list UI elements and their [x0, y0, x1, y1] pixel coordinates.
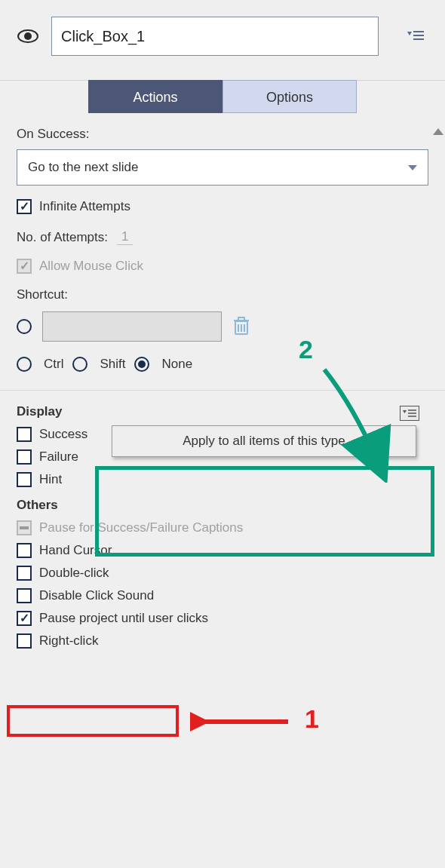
hint-caption-checkbox[interactable] — [17, 472, 32, 487]
svg-marker-2 — [407, 32, 412, 35]
success-caption-checkbox[interactable] — [17, 427, 32, 442]
none-label: None — [161, 357, 192, 372]
object-name-input[interactable] — [51, 17, 379, 56]
shortcut-row — [17, 311, 428, 342]
disable-click-sound-label: Disable Click Sound — [39, 588, 154, 603]
double-click-row: Double-click — [17, 566, 428, 581]
shift-radio[interactable] — [72, 357, 87, 372]
double-click-checkbox[interactable] — [17, 566, 32, 581]
right-click-row: Right-click — [17, 633, 428, 649]
others-heading: Others — [17, 498, 428, 513]
menu-icon[interactable] — [406, 29, 425, 44]
trash-icon[interactable] — [232, 315, 250, 339]
svg-rect-11 — [238, 317, 244, 321]
display-section: Display Apply to all items of this type … — [0, 404, 445, 649]
tab-actions[interactable]: Actions — [88, 80, 222, 113]
right-click-checkbox[interactable] — [17, 633, 32, 649]
pause-captions-checkbox — [17, 520, 32, 535]
svg-marker-12 — [403, 410, 407, 413]
apply-all-text: Apply to all items of this type — [183, 434, 345, 449]
disable-click-sound-checkbox[interactable] — [17, 588, 32, 603]
hint-caption-label: Hint — [39, 472, 62, 487]
pause-captions-label: Pause for Success/Failure Captions — [39, 520, 243, 535]
hand-cursor-label: Hand Cursor — [39, 543, 112, 558]
svg-point-1 — [24, 32, 32, 40]
shortcut-key-radio[interactable] — [17, 319, 32, 334]
chevron-down-icon — [408, 165, 417, 170]
hint-caption-row: Hint — [17, 472, 428, 487]
shortcut-label: Shortcut: — [17, 287, 428, 302]
annotation-box-1 — [7, 705, 179, 737]
num-attempts-row: No. of Attempts: 1 — [17, 229, 428, 245]
visibility-icon[interactable] — [17, 29, 39, 44]
none-radio[interactable] — [134, 357, 149, 372]
num-attempts-label: No. of Attempts: — [17, 230, 108, 245]
on-success-value: Go to the next slide — [28, 160, 138, 175]
infinite-attempts-checkbox[interactable] — [17, 199, 32, 214]
ctrl-radio[interactable] — [17, 357, 32, 372]
right-click-label: Right-click — [39, 633, 98, 649]
disable-click-sound-row: Disable Click Sound — [17, 588, 428, 603]
others-list: Pause for Success/Failure Captions Hand … — [17, 520, 428, 649]
shift-label: Shift — [100, 357, 125, 372]
tab-options[interactable]: Options — [222, 80, 357, 113]
on-success-dropdown[interactable]: Go to the next slide — [17, 149, 428, 186]
hand-cursor-checkbox[interactable] — [17, 543, 32, 558]
callout-1: 1 — [305, 704, 319, 734]
double-click-label: Double-click — [39, 566, 109, 581]
allow-mouse-click-label: Allow Mouse Click — [39, 259, 143, 274]
on-success-label: On Success: — [17, 127, 428, 142]
tab-bar: Actions Options — [88, 80, 357, 113]
divider — [0, 390, 445, 391]
infinite-attempts-label: Infinite Attempts — [39, 199, 130, 214]
allow-mouse-click-checkbox — [17, 259, 32, 274]
shortcut-key-input[interactable] — [42, 311, 222, 342]
failure-caption-checkbox[interactable] — [17, 449, 32, 465]
header-row — [0, 0, 445, 66]
display-heading: Display — [17, 404, 428, 419]
pause-project-checkbox[interactable] — [17, 611, 32, 626]
ctrl-label: Ctrl — [44, 357, 63, 372]
modifier-radios: Ctrl Shift None — [17, 357, 428, 372]
scroll-up-icon[interactable] — [433, 128, 443, 135]
pause-captions-row: Pause for Success/Failure Captions — [17, 520, 428, 535]
failure-caption-label: Failure — [39, 449, 78, 465]
infinite-attempts-row: Infinite Attempts — [17, 199, 428, 214]
on-success-section: On Success: Go to the next slide Infinit… — [0, 113, 445, 372]
pause-project-row: Pause project until user clicks — [17, 611, 428, 626]
callout-2: 2 — [299, 335, 313, 364]
allow-mouse-click-row: Allow Mouse Click — [17, 259, 428, 274]
pause-project-label: Pause project until user clicks — [39, 611, 208, 626]
arrow-1 — [190, 710, 296, 733]
success-caption-label: Success — [39, 427, 87, 442]
hand-cursor-row: Hand Cursor — [17, 543, 428, 558]
apply-all-menu-icon[interactable] — [400, 406, 419, 421]
properties-panel: Actions Options On Success: Go to the ne… — [0, 0, 445, 649]
apply-all-popup[interactable]: Apply to all items of this type — [112, 425, 416, 457]
num-attempts-value: 1 — [117, 229, 133, 245]
